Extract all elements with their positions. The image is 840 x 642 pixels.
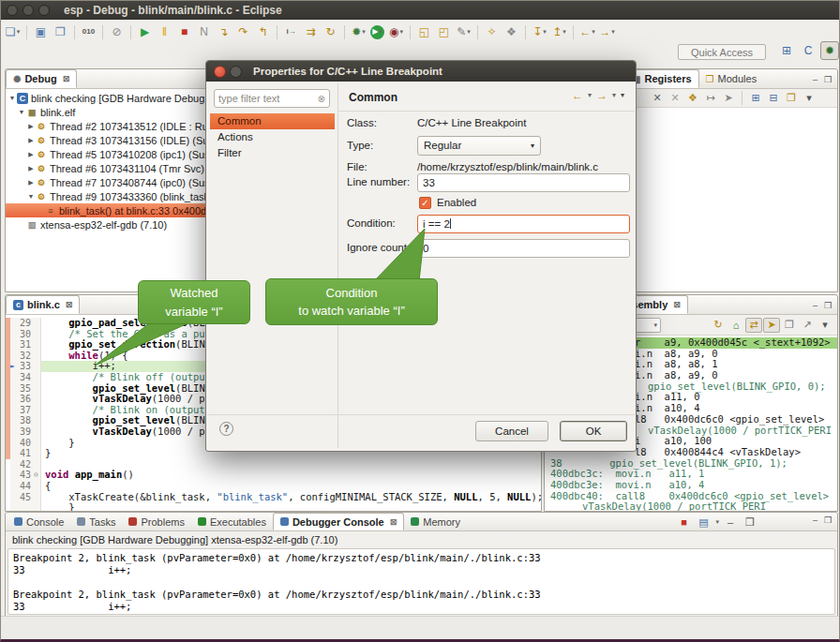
cpp-perspective-button[interactable]: C bbox=[799, 41, 818, 60]
terminate-console-icon[interactable]: ■ bbox=[675, 515, 692, 530]
layout-icon[interactable]: ❐ bbox=[783, 91, 800, 106]
chevron-down-icon[interactable]: ▾ bbox=[17, 28, 21, 36]
line-number[interactable]: 37 bbox=[10, 405, 34, 416]
back-icon[interactable]: ← bbox=[572, 90, 583, 101]
add-register-group-icon[interactable]: ❖ bbox=[684, 91, 701, 106]
line-number[interactable] bbox=[10, 502, 34, 511]
step-over-icon[interactable]: ↷ bbox=[234, 23, 252, 41]
tab-executables[interactable]: Executables bbox=[191, 513, 273, 530]
restart-icon[interactable]: ↻ bbox=[322, 23, 339, 41]
refresh-icon[interactable]: ↻ bbox=[710, 318, 727, 333]
tree-expander-icon[interactable]: ▼ bbox=[26, 193, 36, 200]
terminate-icon[interactable]: ■ bbox=[175, 23, 193, 41]
next-annotation-icon[interactable]: ↧▾ bbox=[531, 23, 548, 41]
run-icon[interactable]: ▶▾ bbox=[370, 25, 384, 39]
close-tab-icon[interactable]: ⊠ bbox=[63, 74, 70, 83]
line-number[interactable]: 34 bbox=[10, 372, 34, 383]
home-icon[interactable]: ⌂ bbox=[728, 318, 744, 333]
dialog-close-button[interactable] bbox=[214, 66, 226, 78]
line-number[interactable]: 36 bbox=[10, 394, 34, 405]
chevron-down-icon[interactable]: ▾ bbox=[653, 321, 657, 329]
tab-blink-c[interactable]: c blink.c ⊠ bbox=[6, 295, 80, 314]
forward-icon[interactable]: →▾ bbox=[598, 23, 616, 41]
line-number[interactable]: 31 bbox=[10, 339, 34, 351]
debug-perspective-button[interactable]: ✹ bbox=[820, 41, 839, 60]
maximize-console-icon[interactable]: ❒ bbox=[742, 515, 758, 530]
save-icon[interactable]: ▣ bbox=[32, 23, 50, 41]
clear-filter-icon[interactable]: ⊗ bbox=[318, 94, 325, 104]
chevron-down-icon[interactable]: ▾ bbox=[562, 28, 566, 36]
line-number-input[interactable]: 33 bbox=[417, 173, 630, 192]
debug-tree-row[interactable]: ▶⚙Thread #6 1073431104 (Tmr Svc) (S bbox=[6, 161, 214, 175]
tab-debug[interactable]: ✺ Debug ⊠ bbox=[6, 69, 77, 88]
quick-access-button[interactable]: Quick Access bbox=[678, 44, 766, 60]
track-expression-icon[interactable]: ➤ bbox=[763, 318, 780, 333]
tree-expander-icon[interactable]: ▶ bbox=[26, 123, 36, 130]
line-number[interactable]: 42 bbox=[10, 459, 34, 470]
window-maximize-button[interactable] bbox=[38, 5, 50, 16]
line-number[interactable]: 35 bbox=[10, 383, 34, 395]
chevron-down-icon[interactable]: ▾ bbox=[362, 28, 366, 36]
fold-marker-icon[interactable]: ⊖ bbox=[34, 470, 41, 481]
filter-input[interactable]: type filter text ⊗ bbox=[214, 89, 330, 108]
show-next-statement-icon[interactable]: ⇉ bbox=[302, 23, 320, 41]
toggle-mark-occurrences-icon[interactable]: ❖ bbox=[502, 23, 520, 41]
show-details-icon[interactable]: ↦ bbox=[702, 91, 719, 106]
debug-tree-row[interactable]: ▼Cblink checking [GDB Hardware Debug bbox=[6, 91, 214, 105]
skip-all-breakpoints-icon[interactable]: ⊘ bbox=[108, 23, 126, 41]
line-number[interactable]: 43 bbox=[10, 470, 34, 481]
ok-button[interactable]: OK bbox=[560, 421, 627, 441]
debug-tree-row[interactable]: ▶⚙Thread #3 1073413156 (IDLE) (Susp bbox=[6, 133, 214, 147]
highlight-icon[interactable]: ✎▾ bbox=[455, 23, 472, 41]
maximize-icon[interactable]: ❒ bbox=[824, 75, 832, 84]
line-number[interactable]: 45 bbox=[10, 492, 34, 503]
close-tab-icon[interactable]: ⊠ bbox=[673, 300, 681, 309]
step-return-icon[interactable]: ↰ bbox=[254, 23, 272, 41]
line-number[interactable]: 39 bbox=[10, 426, 34, 438]
collapse-all-icon[interactable]: ⊟ bbox=[765, 91, 782, 106]
line-number[interactable]: 32 bbox=[10, 351, 34, 362]
tree-expander-icon[interactable]: ▶ bbox=[26, 137, 36, 144]
console-output[interactable]: Breakpoint 2, blink_task (pvParameter=0x… bbox=[8, 548, 835, 615]
view-menu-icon[interactable]: ▾ bbox=[817, 318, 833, 333]
window-close-button[interactable] bbox=[7, 5, 18, 16]
open-resource-icon[interactable]: ◰ bbox=[435, 23, 453, 41]
forward-icon[interactable]: → bbox=[596, 90, 608, 101]
close-tab-icon[interactable]: ⊠ bbox=[66, 300, 73, 309]
chevron-down-icon[interactable]: ▾ bbox=[399, 28, 403, 36]
back-icon[interactable]: ←▾ bbox=[578, 23, 596, 41]
chevron-down-icon[interactable]: ▾ bbox=[379, 28, 382, 36]
maximize-icon[interactable]: ❒ bbox=[824, 301, 832, 310]
line-number[interactable]: 30 bbox=[10, 329, 34, 340]
tab-tasks[interactable]: Tasks bbox=[70, 513, 122, 530]
window-minimize-button[interactable] bbox=[22, 5, 34, 16]
tree-expander-icon[interactable]: ▶ bbox=[26, 151, 36, 158]
chevron-down-icon[interactable]: ▾ bbox=[543, 28, 547, 36]
tab-debugger-console[interactable]: Debugger Console⊠ bbox=[273, 513, 404, 530]
tree-expander-icon[interactable]: ▼ bbox=[17, 109, 26, 115]
view-menu-icon[interactable]: ▾ bbox=[621, 92, 624, 99]
instruction-stepping-icon[interactable]: i→ bbox=[282, 23, 300, 41]
open-new-view-icon[interactable]: ❐ bbox=[781, 318, 798, 333]
chevron-down-icon[interactable]: ▾ bbox=[467, 28, 471, 36]
debug-tree-row[interactable]: ▶⚙Thread #2 1073413512 (IDLE : Runn bbox=[6, 119, 214, 133]
line-number[interactable]: 38 bbox=[10, 415, 34, 426]
binary-view-icon[interactable]: 010 bbox=[80, 23, 98, 41]
dialog-minimize-button[interactable] bbox=[230, 66, 242, 78]
tab-memory[interactable]: Memory bbox=[404, 513, 467, 530]
step-into-icon[interactable]: ↴ bbox=[215, 23, 232, 41]
minimize-console-icon[interactable]: – bbox=[722, 515, 739, 530]
ignore-count-input[interactable]: 0 bbox=[417, 239, 630, 258]
remove-all-register-groups-icon[interactable]: ✕ bbox=[667, 91, 683, 106]
suspend-icon[interactable]: ‖ bbox=[156, 23, 173, 41]
debug-tree-row[interactable]: ≡blink_task() at blink.c:33 0x400db bbox=[6, 203, 214, 217]
tree-expander-icon[interactable]: ▶ bbox=[26, 179, 36, 187]
open-perspective-button[interactable]: ⊞ bbox=[777, 41, 796, 60]
minimize-icon[interactable]: – bbox=[813, 75, 818, 84]
dialog-nav-filter[interactable]: Filter bbox=[210, 145, 335, 161]
line-number[interactable]: 44 bbox=[10, 481, 34, 492]
resume-icon[interactable]: ▶ bbox=[136, 23, 154, 41]
debug-tree-row[interactable]: ▶⚙Thread #5 1073410208 (ipc1) (Susp bbox=[6, 147, 214, 161]
registers-content[interactable] bbox=[624, 108, 837, 291]
dialog-nav-actions[interactable]: Actions bbox=[210, 129, 335, 145]
